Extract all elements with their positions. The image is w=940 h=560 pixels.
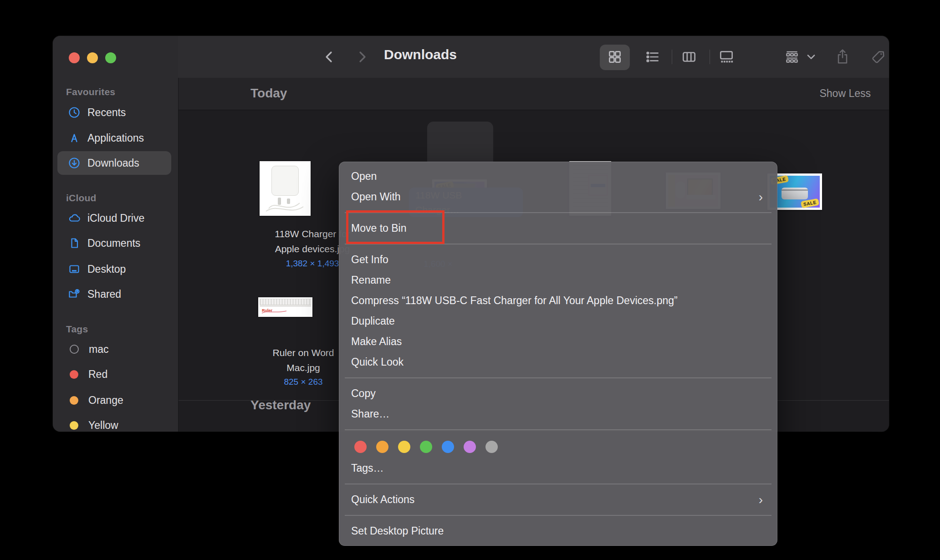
file-thumbnail-charger[interactable]: [260, 161, 311, 216]
document-icon: [67, 236, 81, 250]
menu-item-copy[interactable]: Copy: [339, 383, 777, 404]
share-icon[interactable]: [834, 48, 851, 66]
section-title-today: Today: [250, 86, 287, 101]
sidebar-item-label: iCloud Drive: [87, 212, 144, 224]
sidebar-item-shared[interactable]: Shared: [57, 282, 171, 306]
sidebar-section-tags: Tags: [66, 324, 88, 335]
tag-red-button[interactable]: [354, 441, 367, 453]
show-less-button[interactable]: Show Less: [819, 87, 871, 100]
minimize-window-button[interactable]: [87, 52, 98, 63]
download-circle-icon: [67, 156, 81, 170]
sidebar-item-desktop[interactable]: Desktop: [57, 257, 171, 281]
sidebar-item-label: Red: [88, 368, 107, 381]
annotation-highlight-rectangle: [346, 210, 444, 244]
menu-item-label: Share…: [351, 408, 389, 420]
red-tag-icon: [70, 370, 78, 379]
back-button[interactable]: [322, 47, 336, 67]
sidebar-item-icloud-drive[interactable]: iCloud Drive: [57, 206, 171, 230]
menu-item-rename[interactable]: Rename: [339, 270, 777, 290]
menu-item-share[interactable]: Share…: [339, 404, 777, 424]
menu-item-label: Compress “118W USB-C Fast Charger for Al…: [351, 295, 678, 306]
app-store-icon: [67, 131, 81, 145]
sidebar-item-label: Yellow: [88, 419, 118, 432]
menu-separator: [339, 372, 777, 383]
sidebar-item-recents[interactable]: Recents: [57, 101, 171, 124]
tag-blue-button[interactable]: [442, 441, 454, 453]
menu-separator: [339, 479, 777, 489]
menu-item-make-alias[interactable]: Make Alias: [339, 331, 777, 352]
list-view-icon[interactable]: [644, 48, 661, 66]
sidebar-item-documents[interactable]: Documents: [57, 231, 171, 255]
tag-icon[interactable]: [870, 48, 887, 66]
menu-item-open-with[interactable]: Open With›: [339, 187, 777, 207]
menu-item-label: Tags…: [351, 462, 384, 474]
sidebar-item-applications[interactable]: Applications: [57, 126, 171, 150]
orange-tag-icon: [70, 396, 78, 405]
menu-item-label: Set Desktop Picture: [351, 525, 444, 537]
forward-button[interactable]: [356, 47, 369, 67]
toolbar-divider: [672, 50, 672, 64]
menu-item-label: Duplicate: [351, 315, 395, 327]
sidebar-item-label: Downloads: [87, 157, 139, 169]
tag-orange-button[interactable]: [376, 441, 388, 453]
today-section-header: Today Show Less: [179, 78, 889, 110]
sidebar-item-label: Shared: [87, 288, 121, 300]
sidebar-item-tag-mac[interactable]: mac: [57, 337, 171, 361]
yellow-tag-icon: [70, 421, 78, 430]
group-by-icon[interactable]: [783, 48, 801, 66]
section-title-yesterday: Yesterday: [250, 398, 311, 412]
tag-circle-icon: [70, 345, 79, 354]
menu-item-get-info[interactable]: Get Info: [339, 249, 777, 270]
clock-icon: [67, 106, 81, 119]
close-window-button[interactable]: [69, 52, 80, 63]
menu-item-label: Quick Look: [351, 356, 404, 368]
cloud-icon: [67, 211, 81, 225]
menu-item-compress[interactable]: Compress “118W USB-C Fast Charger for Al…: [339, 290, 777, 311]
menu-item-label: Quick Actions: [351, 494, 414, 505]
menu-item-open[interactable]: Open: [339, 166, 777, 187]
sidebar-item-tag-yellow[interactable]: Yellow: [57, 413, 171, 432]
menu-item-label: Rename: [351, 274, 391, 286]
sidebar-item-label: Orange: [88, 394, 123, 407]
sidebar-item-tag-red[interactable]: Red: [57, 362, 171, 386]
sale-badge: SALE: [801, 199, 819, 208]
menu-item-label: Get Info: [351, 254, 388, 265]
menu-item-label: Make Alias: [351, 336, 402, 347]
sidebar-item-label: Desktop: [87, 263, 126, 275]
menu-item-duplicate[interactable]: Duplicate: [339, 311, 777, 331]
menu-separator: [339, 424, 777, 435]
chevron-down-icon[interactable]: [807, 54, 816, 60]
sidebar-item-downloads[interactable]: Downloads: [57, 151, 171, 175]
sidebar-item-label: mac: [89, 343, 108, 356]
gallery-view-icon[interactable]: [718, 48, 735, 66]
column-view-icon[interactable]: [680, 48, 698, 66]
tag-yellow-button[interactable]: [398, 441, 410, 453]
menu-item-quick-actions[interactable]: Quick Actions›: [339, 489, 777, 510]
sidebar-item-tag-orange[interactable]: Orange: [57, 388, 171, 412]
grid-view-icon[interactable]: [606, 48, 623, 66]
window-title: Downloads: [384, 47, 457, 62]
file-dimensions: 825 × 263: [267, 377, 340, 387]
tag-purple-button[interactable]: [464, 441, 476, 453]
sidebar: Favourites Recents Applications Download…: [53, 36, 179, 432]
sidebar-item-label: Documents: [87, 237, 140, 249]
toolbar: Downloads: [178, 36, 889, 78]
toolbar-divider: [710, 50, 710, 64]
file-thumbnail-ruler[interactable]: Ruler: [258, 297, 312, 317]
submenu-chevron-icon: ›: [759, 489, 763, 510]
menu-separator: [339, 510, 777, 521]
tag-grey-button[interactable]: [485, 441, 498, 453]
menu-item-quick-look[interactable]: Quick Look: [339, 352, 777, 372]
menu-item-set-desktop-picture[interactable]: Set Desktop Picture: [339, 521, 777, 541]
sidebar-item-label: Recents: [87, 107, 126, 119]
tag-green-button[interactable]: [420, 441, 432, 453]
file-name: Ruler on WordMac.jpg: [267, 345, 340, 375]
submenu-chevron-icon: ›: [759, 187, 763, 207]
menu-item-tags[interactable]: Tags…: [339, 458, 777, 479]
shared-folder-icon: [67, 287, 81, 301]
menu-item-label: Open With: [351, 191, 401, 203]
zoom-window-button[interactable]: [105, 52, 116, 63]
tag-color-row: [339, 435, 777, 458]
menu-item-label: Copy: [351, 387, 376, 399]
menu-item-label: Open: [351, 170, 377, 182]
